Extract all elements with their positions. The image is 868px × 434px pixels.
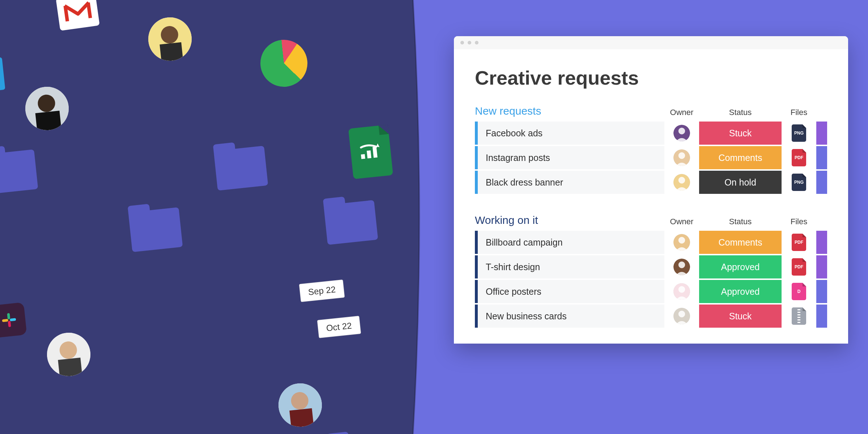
group-title[interactable]: Working on it [475,214,538,226]
svg-point-29 [678,128,685,134]
end-cell [816,171,827,194]
file-badge: PNG [792,174,806,191]
row-name[interactable]: Billboard campaign [478,231,664,254]
column-header-owner: Owner [664,108,699,117]
svg-rect-24 [58,358,82,377]
avatar [673,234,690,251]
row-name[interactable]: Facebook ads [478,122,664,145]
files-cell[interactable]: D [782,280,816,303]
svg-rect-5 [361,154,365,159]
table-row[interactable]: Instagram postsCommentsPDF [475,146,827,171]
files-cell[interactable] [782,305,816,328]
row-accent [475,231,478,254]
left-decorative-panel: PDF P W Sep 22 Oct 22 [0,0,434,434]
files-cell[interactable]: PDF [782,255,816,278]
owner-cell[interactable] [664,280,699,303]
files-cell[interactable]: PDF [782,146,816,169]
end-cell [816,231,827,254]
svg-rect-10 [35,111,61,131]
svg-rect-18 [7,313,10,319]
traffic-light-zoom[interactable] [475,41,478,44]
table-row[interactable]: New business cardsStuck [475,305,827,329]
end-cell [816,122,827,145]
avatar [45,331,93,378]
app-window: Creative requests New requestsOwnerStatu… [454,36,848,344]
owner-cell[interactable] [664,122,699,145]
file-badge [792,307,806,325]
row-accent [475,280,478,303]
folder-icon [324,200,378,245]
pie-chart-icon [258,38,310,89]
status-cell[interactable]: Approved [699,255,782,278]
end-cell [816,146,827,169]
table-row[interactable]: T-shirt designApprovedPDF [475,255,827,280]
column-headers: OwnerStatusFiles [664,217,827,226]
status-cell[interactable]: Comments [699,231,782,254]
spreadsheet-icon [348,125,393,179]
file-badge: D [792,283,806,300]
row-accent [475,305,478,328]
status-cell[interactable]: On hold [699,171,782,194]
file-badge: PNG [792,124,806,142]
avatar [673,259,690,275]
svg-rect-4 [159,42,183,62]
avatar [276,381,324,429]
files-cell[interactable]: PNG [782,171,816,194]
page-title: Creative requests [475,67,827,89]
row-name[interactable]: Office posters [478,280,664,303]
row-accent [475,146,478,169]
status-cell[interactable]: Comments [699,146,782,169]
row-name[interactable]: Instagram posts [478,146,664,169]
row-accent [475,122,478,145]
window-titlebar [454,36,848,49]
status-cell[interactable]: Stuck [699,122,782,145]
owner-cell[interactable] [664,171,699,194]
avatar [146,15,194,63]
table-row[interactable]: Black dress bannerOn holdPNG [475,171,827,195]
svg-rect-6 [367,150,371,158]
status-cell[interactable]: Approved [699,280,782,303]
table-row[interactable]: Billboard campaignCommentsPDF [475,231,827,255]
folder-icon [128,207,183,252]
row-name[interactable]: T-shirt design [478,255,664,278]
group-rows: Facebook adsStuckPNGInstagram postsComme… [475,122,827,195]
group-title[interactable]: New requests [475,105,541,117]
table-row[interactable]: Office postersApprovedD [475,280,827,305]
page-curve [409,0,434,434]
column-header-status: Status [699,108,782,117]
row-name[interactable]: Black dress banner [478,171,664,194]
files-cell[interactable]: PNG [782,122,816,145]
svg-rect-20 [8,321,11,327]
svg-point-33 [678,177,685,183]
column-header-status: Status [699,217,782,226]
avatar [673,149,690,166]
gmail-icon [56,0,99,31]
svg-rect-19 [2,319,8,322]
column-header-owner: Owner [664,217,699,226]
row-accent [475,255,478,278]
avatar [23,85,71,132]
status-cell[interactable]: Stuck [699,305,782,328]
right-app-panel: Creative requests New requestsOwnerStatu… [434,0,868,434]
group-rows: Billboard campaignCommentsPDFT-shirt des… [475,231,827,329]
traffic-light-minimize[interactable] [468,41,471,44]
row-name[interactable]: New business cards [478,305,664,328]
owner-cell[interactable] [664,255,699,278]
svg-point-31 [678,152,685,159]
file-badge: PDF [792,234,806,251]
owner-cell[interactable] [664,305,699,328]
owner-cell[interactable] [664,231,699,254]
table-row[interactable]: Facebook adsStuckPNG [475,122,827,146]
svg-point-41 [678,311,685,317]
svg-rect-21 [10,318,16,321]
date-chip: Oct 22 [318,316,361,338]
group-header: New requestsOwnerStatusFiles [475,105,827,117]
traffic-light-close[interactable] [460,41,464,44]
row-accent [475,171,478,194]
files-cell[interactable]: PDF [782,231,816,254]
owner-cell[interactable] [664,146,699,169]
avatar [673,308,690,324]
avatar [673,125,690,141]
slack-icon [0,302,27,338]
folder-icon [214,146,268,191]
